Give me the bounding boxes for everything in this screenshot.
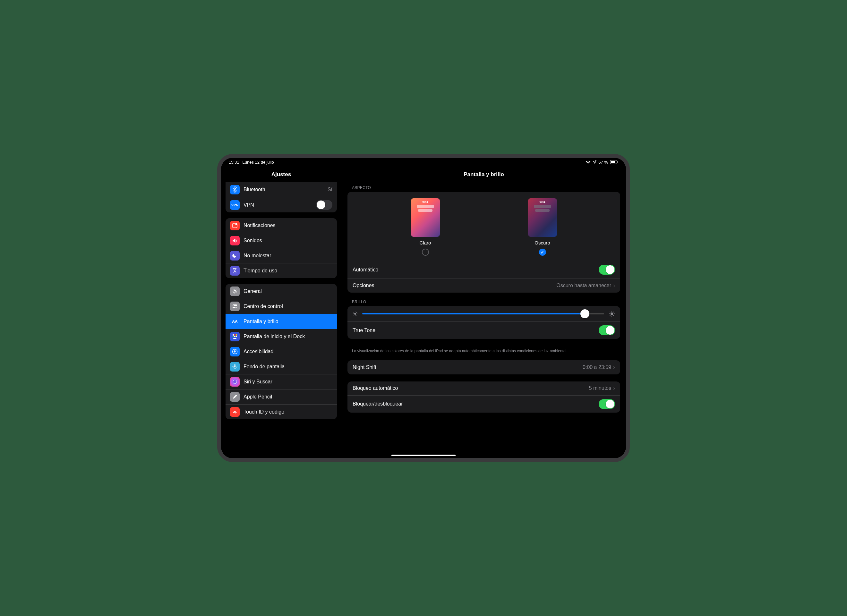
- svg-rect-14: [234, 336, 236, 337]
- hourglass-icon: [230, 266, 240, 276]
- sun-large-icon: [609, 310, 615, 317]
- sidebar-item-accessibility[interactable]: Accesibilidad: [226, 344, 337, 359]
- gear-icon: [230, 287, 240, 296]
- sidebar-item-sounds[interactable]: Sonidos: [226, 233, 337, 248]
- svg-point-23: [236, 366, 237, 367]
- svg-line-32: [354, 315, 354, 316]
- svg-line-42: [614, 312, 614, 313]
- status-date: Lunes 12 de julio: [242, 160, 274, 165]
- light-label: Claro: [420, 240, 431, 245]
- sidebar-group-connectivity: Bluetooth Sí VPN VPN: [226, 182, 337, 213]
- autolock-label: Bloqueo automático: [353, 385, 585, 391]
- dark-label: Oscuro: [534, 240, 550, 245]
- svg-line-31: [356, 315, 357, 316]
- sidebar-item-label: Fondo de pantalla: [243, 364, 332, 369]
- svg-point-24: [233, 380, 237, 384]
- sidebar-item-vpn[interactable]: VPN VPN: [226, 197, 337, 213]
- sidebar-item-display[interactable]: AA Pantalla y brillo: [226, 314, 337, 329]
- lockunlock-row[interactable]: Bloquear/desbloquear: [347, 396, 620, 412]
- autolock-value: 5 minutos: [589, 385, 611, 391]
- sidebar-item-value: Sí: [328, 187, 332, 192]
- autolock-row[interactable]: Bloqueo automático 5 minutos ›: [347, 381, 620, 396]
- truetone-footnote: La visualización de los colores de la pa…: [342, 346, 626, 360]
- detail-pane[interactable]: Pantalla y brillo ASPECTO 9:41 Claro: [342, 166, 626, 458]
- sidebar-item-bluetooth[interactable]: Bluetooth Sí: [226, 182, 337, 197]
- sidebar-item-touchid[interactable]: Touch ID y código: [226, 405, 337, 420]
- fingerprint-icon: [230, 407, 240, 417]
- sidebar-item-label: Apple Pencil: [243, 394, 332, 400]
- text-size-icon: AA: [230, 317, 240, 326]
- bluetooth-icon: [230, 185, 240, 194]
- options-row[interactable]: Opciones Oscuro hasta amanecer ›: [347, 278, 620, 292]
- lockunlock-label: Bloquear/desbloquear: [353, 401, 595, 407]
- location-icon: [593, 160, 596, 164]
- appearance-option-light[interactable]: 9:41 Claro: [411, 198, 440, 256]
- options-value: Oscuro hasta amanecer: [556, 283, 611, 288]
- sidebar-item-label: Bluetooth: [243, 187, 324, 192]
- svg-point-9: [236, 307, 236, 308]
- svg-point-4: [236, 224, 237, 225]
- sidebar-item-control-center[interactable]: Centro de control: [226, 299, 337, 314]
- sidebar-item-pencil[interactable]: Apple Pencil: [226, 390, 337, 405]
- truetone-label: True Tone: [353, 328, 595, 333]
- truetone-row[interactable]: True Tone: [347, 322, 620, 339]
- sidebar-group-general: General Centro de control AA Pantalla y …: [226, 284, 337, 420]
- settings-sidebar: Ajustes Bluetooth Sí VPN VPN: [221, 166, 342, 458]
- brightness-card: True Tone: [347, 306, 620, 339]
- sidebar-item-dnd[interactable]: No molestar: [226, 248, 337, 263]
- grid-icon: [230, 332, 240, 341]
- svg-line-33: [356, 312, 357, 313]
- dark-radio[interactable]: [539, 249, 546, 256]
- sun-small-icon: [353, 311, 358, 316]
- svg-line-39: [610, 312, 611, 313]
- appearance-card: 9:41 Claro 9:41 Oscuro: [347, 192, 620, 292]
- toggles-icon: [230, 301, 240, 311]
- automatic-toggle[interactable]: [599, 265, 615, 275]
- light-preview: 9:41: [411, 198, 440, 237]
- sidebar-item-label: Tiempo de uso: [243, 268, 332, 274]
- battery-icon: [610, 160, 618, 164]
- appearance-option-dark[interactable]: 9:41 Oscuro: [528, 198, 557, 256]
- sidebar-item-siri[interactable]: Siri y Buscar: [226, 374, 337, 390]
- sidebar-item-label: Siri y Buscar: [243, 379, 332, 385]
- svg-rect-15: [236, 336, 237, 337]
- appearance-selector: 9:41 Claro 9:41 Oscuro: [347, 192, 620, 261]
- siri-icon: [230, 377, 240, 387]
- svg-rect-12: [236, 334, 237, 335]
- accessibility-icon: [230, 347, 240, 356]
- svg-rect-1: [611, 161, 615, 163]
- pencil-icon: [230, 392, 240, 402]
- svg-line-40: [614, 315, 614, 316]
- svg-rect-13: [233, 336, 234, 337]
- automatic-row[interactable]: Automático: [347, 261, 620, 278]
- lockunlock-toggle[interactable]: [599, 399, 615, 409]
- lock-card: Bloqueo automático 5 minutos › Bloquear/…: [347, 381, 620, 412]
- sidebar-item-notifications[interactable]: Notificaciones: [226, 218, 337, 233]
- sidebar-item-label: Notificaciones: [243, 223, 332, 229]
- flower-icon: [230, 362, 240, 372]
- sidebar-item-screentime[interactable]: Tiempo de uso: [226, 263, 337, 278]
- sidebar-item-homescreen[interactable]: Pantalla de inicio y el Dock: [226, 329, 337, 344]
- chevron-right-icon: ›: [613, 364, 615, 371]
- svg-point-18: [235, 350, 236, 351]
- notifications-icon: [230, 221, 240, 230]
- truetone-toggle[interactable]: [599, 325, 615, 335]
- svg-line-30: [354, 312, 354, 313]
- status-bar: 15:31 Lunes 12 de julio 67 %: [221, 158, 626, 166]
- vpn-toggle[interactable]: [316, 200, 332, 210]
- sidebar-item-wallpaper[interactable]: Fondo de pantalla: [226, 359, 337, 374]
- svg-point-34: [611, 313, 613, 315]
- home-indicator[interactable]: [391, 455, 456, 456]
- nightshift-row[interactable]: Night Shift 0:00 a 23:59 ›: [347, 360, 620, 374]
- options-label: Opciones: [353, 283, 552, 288]
- screen: 15:31 Lunes 12 de julio 67 % Ajustes: [221, 158, 626, 458]
- nightshift-label: Night Shift: [353, 365, 579, 370]
- brightness-slider[interactable]: [362, 313, 604, 315]
- detail-title: Pantalla y brillo: [342, 166, 626, 185]
- sidebar-item-general[interactable]: General: [226, 284, 337, 299]
- brightness-slider-row: [347, 306, 620, 322]
- svg-point-25: [354, 313, 356, 315]
- chevron-right-icon: ›: [613, 282, 615, 289]
- light-radio[interactable]: [422, 249, 429, 256]
- chevron-right-icon: ›: [613, 385, 615, 392]
